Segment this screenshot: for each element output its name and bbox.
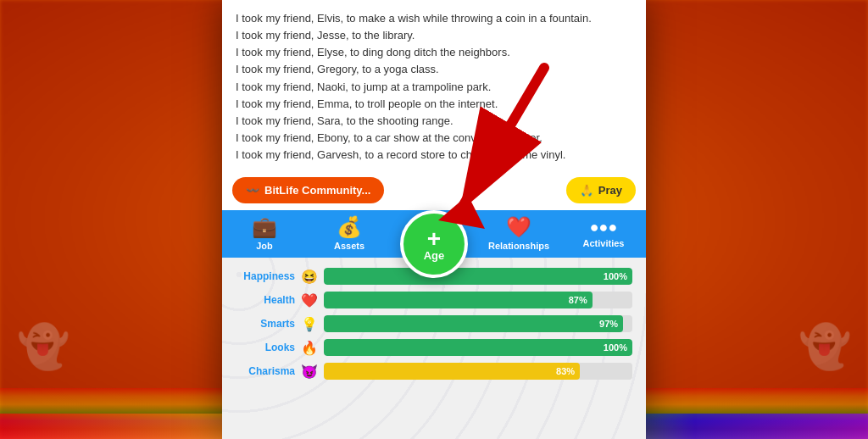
nav-item-activities[interactable]: ●●● Activities xyxy=(561,220,646,248)
assets-label: Assets xyxy=(334,241,364,251)
activity-log: I took my friend, Elvis, to make a wish … xyxy=(222,0,646,170)
age-label: Age xyxy=(424,249,445,262)
job-icon: 💼 xyxy=(252,217,277,237)
stat-bar-smarts: 97% xyxy=(324,315,623,332)
ghost-left-icon: 👻 xyxy=(17,322,70,371)
stat-value-smarts: 97% xyxy=(599,319,618,329)
pray-button[interactable]: 🙏 Pray xyxy=(566,177,636,203)
stat-emoji-happiness: 😆 xyxy=(300,269,319,285)
community-icon: 〰️ xyxy=(246,184,259,197)
stat-label-health: Health xyxy=(236,294,295,306)
stat-emoji-health: ❤️ xyxy=(300,292,319,308)
stats-area: Happiness😆100%Health❤️87%Smarts💡97%Looks… xyxy=(222,258,646,439)
community-bar: 〰️ BitLife Community... 🙏 Pray xyxy=(222,170,646,210)
stat-bar-health: 87% xyxy=(324,292,593,308)
stat-bar-looks: 100% xyxy=(324,339,632,356)
stat-value-health: 87% xyxy=(569,295,587,305)
relationships-icon: ❤️ xyxy=(506,217,531,237)
stat-row-smarts: Smarts💡97% xyxy=(236,315,632,332)
nav-item-assets[interactable]: 💰 Assets xyxy=(307,217,392,251)
stat-label-charisma: Charisma xyxy=(236,365,295,377)
community-button-label: BitLife Community... xyxy=(264,184,370,197)
log-text: I took my friend, Elvis, to make a wish … xyxy=(236,10,632,164)
nav-item-job[interactable]: 💼 Job xyxy=(222,217,307,251)
stat-label-smarts: Smarts xyxy=(236,318,295,330)
pray-button-label: Pray xyxy=(598,184,622,197)
community-button[interactable]: 〰️ BitLife Community... xyxy=(232,177,384,203)
pray-icon: 🙏 xyxy=(580,184,593,197)
assets-icon: 💰 xyxy=(337,217,362,237)
stat-row-looks: Looks🔥100% xyxy=(236,339,632,356)
stat-emoji-smarts: 💡 xyxy=(300,316,319,332)
nav-item-relationships[interactable]: ❤️ Relationships xyxy=(476,217,561,251)
app-container: I took my friend, Elvis, to make a wish … xyxy=(222,0,646,439)
relationships-label: Relationships xyxy=(488,241,549,251)
stat-bar-container-looks: 100% xyxy=(324,339,632,356)
stat-emoji-charisma: 😈 xyxy=(300,364,319,380)
stat-bar-charisma: 83% xyxy=(324,363,580,380)
nav-bar: 💼 Job 💰 Assets + Age ❤️ Relationships ●●… xyxy=(222,210,646,258)
activities-icon: ●●● xyxy=(590,220,618,235)
stat-label-happiness: Happiness xyxy=(236,270,295,282)
stat-label-looks: Looks xyxy=(236,342,295,353)
stat-bar-container-smarts: 97% xyxy=(324,315,632,332)
stat-bar-container-happiness: 100% xyxy=(324,268,632,285)
stat-bar-container-health: 87% xyxy=(324,292,632,308)
activities-label: Activities xyxy=(583,238,625,248)
stat-emoji-looks: 🔥 xyxy=(300,340,319,356)
stat-value-looks: 100% xyxy=(604,342,627,353)
stat-bar-happiness: 100% xyxy=(324,268,632,285)
stat-row-charisma: Charisma😈83% xyxy=(236,363,632,380)
stat-value-charisma: 83% xyxy=(556,366,575,376)
stat-bar-container-charisma: 83% xyxy=(324,363,632,380)
plus-icon: + xyxy=(427,227,441,251)
job-label: Job xyxy=(256,241,273,251)
stat-row-health: Health❤️87% xyxy=(236,292,632,308)
ghost-right-icon: 👻 xyxy=(798,322,851,371)
age-button[interactable]: + Age xyxy=(400,210,468,278)
stat-value-happiness: 100% xyxy=(604,271,627,281)
